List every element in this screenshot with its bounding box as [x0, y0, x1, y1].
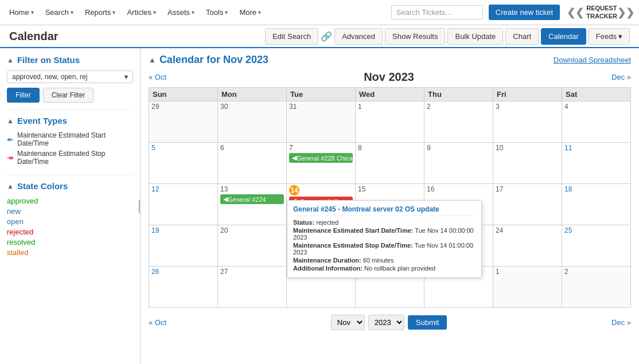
status-filter-value-text: approved, new, open, rej — [12, 73, 87, 81]
clear-filter-button[interactable]: Clear Filter — [43, 88, 94, 103]
month-label: Nov 2023 — [364, 71, 414, 84]
rt-logo-arrows: ❮❮ — [567, 6, 584, 19]
sidebar-collapse-button[interactable]: ◀ — [139, 199, 141, 213]
day-nov-11: 11 — [562, 143, 631, 184]
day-nov-18: 18 — [562, 184, 631, 225]
tooltip-info: Additional Information: No rollback plan… — [293, 265, 476, 272]
event-types-toggle[interactable]: ▲ — [7, 117, 14, 125]
nav-reports-arrow: ▾ — [112, 9, 115, 15]
nav-assets-label: Assets — [167, 8, 190, 17]
state-colors-toggle[interactable]: ▲ — [7, 182, 14, 190]
day-nov-27: 27 — [218, 267, 287, 308]
next-month-link[interactable]: Dec » — [611, 73, 631, 81]
nav-more-arrow: ▾ — [258, 9, 261, 15]
feeds-button[interactable]: Feeds ▾ — [589, 28, 630, 45]
bottom-prev-month-link[interactable]: « Oct — [149, 318, 166, 327]
day-nov-8: 8 — [356, 143, 424, 184]
nav-assets[interactable]: Assets ▾ — [163, 5, 199, 20]
nav-reports[interactable]: Reports ▾ — [80, 5, 120, 20]
day-oct-31: 31 — [287, 101, 356, 143]
day-nov-25: 25 — [562, 225, 631, 267]
link-icon: 🔗 — [321, 31, 332, 42]
event-224-label: General #224 — [228, 196, 266, 203]
submit-button[interactable]: Submit — [408, 315, 447, 330]
rt-logo: ❮❮ REQUESTTRACKER ❯❯ — [567, 5, 634, 19]
day-nov-7: 7 ◀ General #228 Chicago office migratio… — [287, 143, 356, 184]
event-start-icon: ↞ — [7, 135, 14, 144]
create-ticket-button[interactable]: Create new ticket — [489, 5, 560, 20]
month-selector[interactable]: JanFebMarApr MayJunJulAug SepOctNovDec — [331, 315, 365, 330]
status-filter-dropdown[interactable]: approved, new, open, rej ▾ — [7, 71, 133, 83]
nav-home-arrow: ▾ — [31, 9, 34, 15]
nav-reports-label: Reports — [85, 8, 111, 17]
nav-home[interactable]: Home ▾ — [5, 5, 38, 20]
tooltip-stop: Maintenance Estimated Stop Date/Time: Tu… — [293, 242, 476, 256]
show-results-button[interactable]: Show Results — [385, 28, 445, 45]
day-nov-10: 10 — [493, 143, 562, 184]
search-input[interactable]: Search Tickets... — [391, 5, 483, 19]
status-filter-chevron-icon: ▾ — [124, 73, 128, 81]
prev-month-link[interactable]: « Oct — [149, 73, 166, 81]
bulk-update-button[interactable]: Bulk Update — [447, 28, 503, 45]
calendar-week-2: 5 6 7 ◀ General #228 Chicago office migr… — [149, 143, 631, 184]
download-spreadsheet-link[interactable]: Download Spreadsheet — [554, 56, 631, 64]
event-228[interactable]: ◀ General #228 Chicago office migration … — [289, 153, 353, 163]
filter-status-toggle[interactable]: ▲ — [7, 56, 14, 64]
advanced-button[interactable]: Advanced — [334, 28, 383, 45]
day-nov-5: 5 — [149, 143, 218, 184]
year-selector[interactable]: 202320242022 — [368, 315, 404, 330]
calendar-area: ▲ Calendar for Nov 2023 Download Spreads… — [141, 48, 639, 364]
col-sat: Sat — [562, 88, 631, 101]
day-nov-13: 13 ◀ General #224 — [218, 184, 287, 225]
tooltip-start: Maintenance Estimated Start Date/Time: T… — [293, 227, 476, 241]
event-type-start: ↞ Maintenance Estimated Start Date/Time — [7, 131, 133, 147]
nav-search-arrow: ▾ — [71, 9, 73, 15]
day-dec-1: 1 — [493, 267, 562, 308]
state-approved: approved — [7, 197, 133, 205]
col-wed: Wed — [356, 88, 424, 101]
calendar-grid: Sun Mon Tue Wed Thu Fri Sat 29 30 31 1 2 — [149, 87, 631, 308]
day-oct-29: 29 — [149, 101, 218, 143]
calendar-toggle[interactable]: ▲ — [149, 56, 156, 64]
day-nov-3: 3 — [493, 101, 562, 143]
calendar-title: ▲ Calendar for Nov 2023 — [149, 54, 268, 66]
tooltip-status: Status: rejected — [293, 219, 476, 226]
state-rejected: rejected — [7, 228, 133, 236]
bottom-next-month-link[interactable]: Dec » — [611, 318, 631, 327]
day-dec-2: 2 — [562, 267, 631, 308]
day-nov-12: 12 — [149, 184, 218, 225]
col-tue: Tue — [287, 88, 356, 101]
event-types-title: Event Types — [17, 116, 67, 126]
state-open: open — [7, 217, 133, 226]
top-navigation: Home ▾ Search ▾ Reports ▾ Articles ▾ Ass… — [0, 0, 639, 25]
nav-more[interactable]: More ▾ — [235, 5, 266, 20]
day-nov-6: 6 — [218, 143, 287, 184]
state-colors-header: ▲ State Colors — [7, 181, 133, 191]
day-nov-17: 17 — [493, 184, 562, 225]
state-stalled: stalled — [7, 248, 133, 257]
nav-tools[interactable]: Tools ▾ — [201, 5, 232, 20]
calendar-button[interactable]: Calendar — [541, 28, 586, 45]
edit-search-button[interactable]: Edit Search — [265, 28, 318, 45]
calendar-header: ▲ Calendar for Nov 2023 Download Spreads… — [149, 54, 631, 66]
calendar-week-1: 29 30 31 1 2 3 4 — [149, 101, 631, 143]
event-type-start-label: Maintenance Estimated Start Date/Time — [17, 131, 133, 147]
event-224[interactable]: ◀ General #224 — [220, 194, 284, 204]
event-224-left-arrow: ◀ — [223, 195, 228, 203]
state-resolved: resolved — [7, 238, 133, 246]
day-nov-14: 14 ✋ General #245 General #245 - Montrea… — [287, 184, 356, 225]
nav-articles[interactable]: Articles ▾ — [122, 5, 161, 20]
month-navigation: « Oct Nov 2023 Dec » — [149, 71, 631, 84]
toolbar: Calendar Edit Search 🔗 Advanced Show Res… — [0, 25, 639, 48]
state-colors-section: ▲ State Colors approved new open rejecte… — [7, 175, 133, 257]
calendar-bottom-nav: « Oct JanFebMarApr MayJunJulAug SepOctNo… — [149, 312, 631, 332]
calendar-bottom-controls: JanFebMarApr MayJunJulAug SepOctNovDec 2… — [331, 315, 447, 330]
filter-button[interactable]: Filter — [7, 88, 40, 103]
event-types-section: ▲ Event Types ↞ Maintenance Estimated St… — [7, 109, 133, 166]
event-type-stop-label: Maintenance Estimated Stop Date/Time — [17, 150, 133, 166]
chart-button[interactable]: Chart — [505, 28, 539, 45]
col-thu: Thu — [424, 88, 493, 101]
nav-search[interactable]: Search ▾ — [41, 5, 78, 20]
filter-status-section: ▲ Filter on Status — [7, 55, 133, 65]
nav-tools-arrow: ▾ — [225, 9, 228, 15]
